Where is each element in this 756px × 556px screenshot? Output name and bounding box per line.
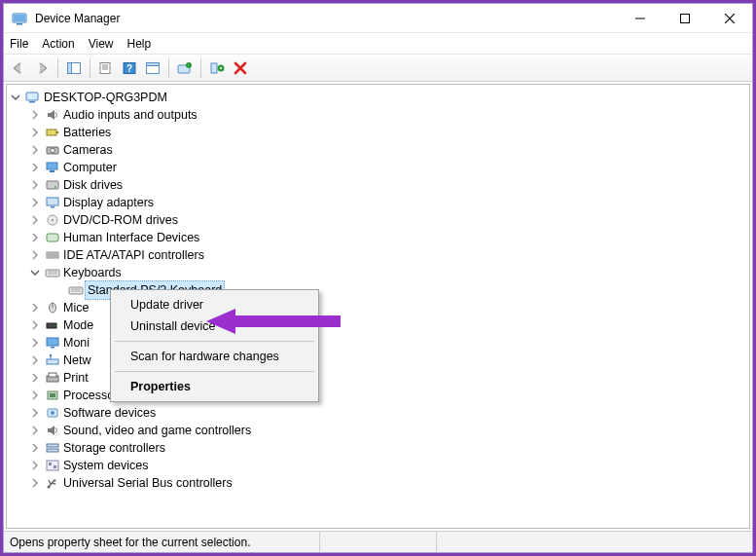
properties-button[interactable] bbox=[95, 57, 117, 79]
computer-icon bbox=[24, 91, 42, 104]
forward-button[interactable] bbox=[31, 57, 53, 79]
minimize-button[interactable] bbox=[618, 4, 663, 33]
mouse-icon bbox=[44, 301, 61, 315]
tree-category-audio[interactable]: Audio inputs and outputs bbox=[11, 106, 749, 124]
close-button[interactable] bbox=[707, 4, 752, 33]
tree-category-sound[interactable]: Sound, video and game controllers bbox=[11, 422, 749, 439]
tree-category-label: Storage controllers bbox=[61, 439, 165, 457]
chevron-right-icon[interactable] bbox=[30, 373, 44, 383]
chevron-right-icon[interactable] bbox=[30, 443, 44, 453]
tree-category-system[interactable]: System devices bbox=[11, 457, 749, 474]
svg-rect-1 bbox=[14, 15, 25, 21]
tree-category-disk[interactable]: Disk drives bbox=[11, 176, 749, 194]
tree-category-cameras[interactable]: Cameras bbox=[11, 141, 749, 159]
titlebar: Device Manager bbox=[4, 4, 752, 33]
chevron-right-icon[interactable] bbox=[30, 233, 44, 242]
chevron-right-icon[interactable] bbox=[30, 180, 44, 190]
svg-rect-29 bbox=[47, 181, 58, 189]
chevron-right-icon[interactable] bbox=[30, 215, 44, 225]
svg-point-53 bbox=[50, 354, 52, 356]
tree-category-label: Display adapters bbox=[61, 194, 154, 211]
svg-rect-60 bbox=[47, 444, 58, 447]
context-menu: Update driver Uninstall device Scan for … bbox=[110, 289, 319, 402]
speaker-icon bbox=[44, 424, 61, 437]
chevron-right-icon[interactable] bbox=[30, 198, 44, 207]
tree-category-computer[interactable]: Computer bbox=[11, 159, 749, 176]
tree-category-label: Mode bbox=[61, 316, 93, 334]
chevron-right-icon[interactable] bbox=[30, 355, 44, 365]
chevron-right-icon[interactable] bbox=[30, 390, 44, 400]
help-button[interactable]: ? bbox=[119, 57, 140, 79]
network-icon bbox=[44, 353, 61, 367]
ctx-scan-hardware[interactable]: Scan for hardware changes bbox=[113, 346, 316, 367]
svg-rect-32 bbox=[51, 206, 54, 208]
svg-rect-2 bbox=[17, 23, 22, 25]
svg-rect-27 bbox=[47, 163, 57, 169]
delete-button[interactable] bbox=[230, 57, 251, 79]
svg-rect-47 bbox=[47, 323, 56, 328]
menu-help[interactable]: Help bbox=[127, 37, 152, 51]
svg-point-48 bbox=[56, 325, 58, 327]
tree-category-storage[interactable]: Storage controllers bbox=[11, 439, 749, 457]
ctx-properties[interactable]: Properties bbox=[113, 376, 316, 397]
tree-category-label: System devices bbox=[61, 457, 149, 474]
ide-icon bbox=[44, 248, 61, 262]
svg-rect-23 bbox=[47, 130, 56, 135]
menu-action[interactable]: Action bbox=[42, 37, 74, 51]
chevron-right-icon[interactable] bbox=[30, 408, 44, 418]
svg-rect-36 bbox=[47, 252, 58, 258]
chevron-right-icon[interactable] bbox=[30, 320, 44, 330]
ctx-uninstall-device[interactable]: Uninstall device bbox=[113, 315, 316, 337]
show-hide-tree-button[interactable] bbox=[63, 57, 85, 79]
chevron-right-icon[interactable] bbox=[30, 461, 44, 470]
svg-rect-4 bbox=[681, 14, 690, 22]
tree-category-label: Computer bbox=[61, 159, 117, 176]
chevron-right-icon[interactable] bbox=[30, 426, 44, 435]
chevron-right-icon[interactable] bbox=[30, 110, 44, 120]
tree-category-usb[interactable]: Universal Serial Bus controllers bbox=[11, 474, 749, 492]
tree-category-hid[interactable]: Human Interface Devices bbox=[11, 229, 749, 246]
svg-text:?: ? bbox=[126, 63, 132, 74]
chevron-right-icon[interactable] bbox=[30, 303, 44, 313]
svg-rect-57 bbox=[50, 393, 55, 397]
chevron-right-icon[interactable] bbox=[30, 250, 44, 260]
speaker-icon bbox=[44, 108, 61, 122]
tree-category-batteries[interactable]: Batteries bbox=[11, 124, 749, 141]
tree-root[interactable]: DESKTOP-QRG3PDM bbox=[11, 89, 749, 106]
menu-file[interactable]: File bbox=[10, 37, 28, 51]
chevron-down-icon[interactable] bbox=[30, 268, 44, 278]
scan-button[interactable] bbox=[142, 57, 163, 79]
keyboard-icon bbox=[67, 283, 85, 297]
svg-rect-64 bbox=[54, 465, 56, 468]
svg-rect-35 bbox=[47, 234, 58, 241]
chevron-right-icon[interactable] bbox=[30, 145, 44, 155]
tree-category-ide[interactable]: IDE ATA/ATAPI controllers bbox=[11, 246, 749, 264]
battery-icon bbox=[44, 126, 61, 139]
menu-view[interactable]: View bbox=[89, 37, 114, 51]
usb-icon bbox=[44, 476, 61, 490]
chevron-right-icon[interactable] bbox=[30, 338, 44, 348]
tree-category-dvd[interactable]: DVD/CD-ROM drives bbox=[11, 211, 749, 229]
tree-category-software[interactable]: Software devices bbox=[11, 404, 749, 422]
tree-category-display[interactable]: Display adapters bbox=[11, 194, 749, 211]
svg-rect-8 bbox=[68, 62, 72, 73]
uninstall-button[interactable] bbox=[206, 57, 228, 79]
back-button[interactable] bbox=[8, 57, 29, 79]
ctx-separator bbox=[115, 371, 314, 372]
chevron-down-icon[interactable] bbox=[11, 93, 24, 102]
svg-rect-63 bbox=[49, 463, 52, 465]
chevron-right-icon[interactable] bbox=[30, 128, 44, 137]
ctx-update-driver[interactable]: Update driver bbox=[113, 294, 316, 315]
tree-category-label: Universal Serial Bus controllers bbox=[61, 474, 233, 492]
chevron-right-icon[interactable] bbox=[30, 478, 44, 488]
tree-category-label: Moni bbox=[61, 334, 90, 352]
status-text: Opens property sheet for the current sel… bbox=[10, 536, 250, 549]
chevron-right-icon[interactable] bbox=[30, 163, 44, 172]
update-driver-button[interactable] bbox=[174, 57, 196, 79]
svg-rect-22 bbox=[29, 101, 35, 103]
modem-icon bbox=[44, 318, 61, 332]
tree-category-keyboards[interactable]: Keyboards bbox=[11, 264, 749, 281]
svg-point-59 bbox=[51, 411, 54, 415]
maximize-button[interactable] bbox=[663, 4, 707, 33]
tree-category-label: Netw bbox=[61, 352, 90, 369]
